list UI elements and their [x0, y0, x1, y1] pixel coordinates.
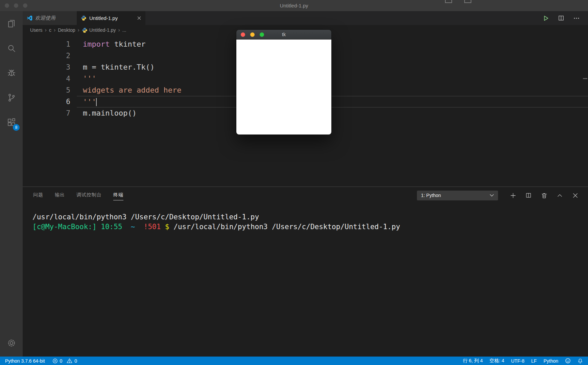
smiley-icon: [565, 358, 571, 364]
tk-minimize-button[interactable]: [250, 32, 255, 37]
cursor-position-item[interactable]: 行 6, 列 4: [463, 358, 483, 364]
close-icon: [572, 192, 579, 199]
code-text: ''': [77, 73, 96, 84]
tk-window[interactable]: tk: [236, 30, 331, 135]
source-control-icon: [7, 93, 16, 102]
menubar-fragment-icon: [464, 0, 471, 3]
chevron-up-icon: [557, 192, 563, 199]
panel-tab[interactable]: 问题: [33, 191, 43, 200]
panel-tab[interactable]: 输出: [55, 191, 65, 200]
tk-zoom-button[interactable]: [260, 32, 264, 37]
maximize-panel-button[interactable]: [556, 192, 563, 199]
tk-close-button[interactable]: [241, 32, 245, 37]
terminal-select[interactable]: 1: Python: [417, 191, 498, 200]
encoding-item[interactable]: UTF-8: [511, 358, 524, 364]
kill-terminal-button[interactable]: [541, 192, 547, 199]
more-actions-button[interactable]: [573, 15, 580, 22]
breadcrumb-item-label: Untitled-1.py: [89, 27, 116, 33]
new-terminal-button[interactable]: [510, 192, 516, 199]
python-interpreter-item[interactable]: Python 3.7.6 64-bit: [5, 358, 45, 364]
activity-extensions[interactable]: 8: [0, 110, 23, 135]
line-number[interactable]: 5: [23, 84, 77, 96]
close-panel-button[interactable]: [572, 192, 579, 199]
language-mode-item[interactable]: Python: [543, 358, 558, 364]
split-terminal-button[interactable]: [525, 192, 532, 199]
run-python-file-button[interactable]: [542, 15, 549, 22]
code-text: m.mainloop(): [77, 107, 137, 119]
panel-controls: 1: Python: [417, 191, 579, 200]
split-editor-button[interactable]: [558, 15, 564, 21]
panel-header: 问题输出调试控制台终端 1: Python: [23, 187, 588, 204]
panel-tab[interactable]: 终端: [113, 191, 123, 200]
line-content: [77, 50, 588, 62]
feedback-item[interactable]: [565, 358, 571, 364]
titlebar[interactable]: Untitled-1.py: [0, 0, 588, 11]
vscode-icon: [27, 15, 32, 21]
line-number[interactable]: 6: [23, 96, 77, 107]
line-number[interactable]: 3: [23, 62, 77, 73]
terminal[interactable]: /usr/local/bin/python3 /Users/c/Desktop/…: [23, 204, 588, 357]
error-icon: [52, 358, 58, 364]
breadcrumb-item[interactable]: Untitled-1.py: [82, 27, 116, 33]
tk-titlebar[interactable]: tk: [236, 30, 331, 40]
breadcrumb-item-label: Desktop: [58, 27, 75, 33]
close-tab-icon[interactable]: [137, 16, 141, 20]
breadcrumb-item-label: Users: [30, 27, 43, 33]
eol-label: LF: [531, 358, 537, 364]
breadcrumb-item[interactable]: c: [49, 27, 51, 33]
trash-icon: [541, 192, 547, 199]
line-number[interactable]: 1: [23, 39, 77, 50]
tk-window-content: [236, 40, 331, 135]
problems-item[interactable]: 0 0: [52, 358, 77, 364]
overview-ruler-mark: [583, 78, 587, 79]
warning-icon: [67, 358, 72, 363]
line-number[interactable]: 4: [23, 73, 77, 84]
terminal-output: /usr/local/bin/python3 /Users/c/Desktop/…: [32, 212, 585, 232]
minimize-window-button[interactable]: [14, 3, 18, 8]
tab-label: Untitled-1.py: [89, 15, 118, 21]
split-editor-icon: [558, 15, 564, 21]
breadcrumb-separator-icon: ›: [45, 27, 47, 33]
activity-debug[interactable]: [0, 60, 23, 85]
activity-settings[interactable]: [0, 331, 23, 355]
encoding-label: UTF-8: [511, 358, 524, 364]
python-icon: [81, 15, 87, 21]
chevron-down-icon: [490, 194, 494, 197]
code-text: ''': [77, 96, 96, 108]
activity-bar: 8: [0, 11, 23, 357]
activity-search[interactable]: [0, 36, 23, 60]
line-number[interactable]: 2: [23, 50, 77, 62]
status-bar: Python 3.7.6 64-bit 0 0 行 6, 列 4 空格: 4 U…: [0, 357, 588, 365]
close-window-button[interactable]: [5, 3, 9, 8]
editor-tab[interactable]: Untitled-1.py: [77, 11, 145, 25]
menubar-fragments: [445, 0, 471, 3]
settings-gear-icon: [6, 338, 17, 348]
indentation-item[interactable]: 空格: 4: [490, 358, 504, 364]
breadcrumb-item[interactable]: ...: [122, 27, 126, 33]
panel-tab[interactable]: 调试控制台: [76, 191, 102, 200]
editor-tab[interactable]: 欢迎使用: [23, 11, 77, 25]
panel-tabs: 问题输出调试控制台终端: [33, 191, 123, 200]
eol-item[interactable]: LF: [531, 358, 537, 364]
line-content: ''': [77, 96, 588, 107]
line-content: m = tkinter.Tk(): [77, 62, 588, 73]
activity-explorer[interactable]: [0, 11, 23, 36]
breadcrumb-separator-icon: ›: [78, 27, 79, 33]
extensions-badge: 8: [13, 124, 20, 131]
breadcrumb-item-label: ...: [122, 27, 126, 33]
breadcrumb-separator-icon: ›: [54, 27, 55, 33]
breadcrumb-item[interactable]: Desktop: [58, 27, 75, 33]
line-number[interactable]: 7: [23, 107, 77, 119]
error-count: 0: [60, 358, 63, 364]
explorer-icon: [7, 19, 16, 28]
line-col-label: 行 6, 列 4: [463, 358, 483, 364]
panel: 问题输出调试控制台终端 1: Python: [23, 187, 588, 357]
activity-source-control[interactable]: [0, 85, 23, 110]
zoom-window-button[interactable]: [23, 3, 27, 8]
notifications-item[interactable]: [578, 358, 583, 364]
search-icon: [7, 44, 16, 53]
breadcrumb-item[interactable]: Users: [30, 27, 43, 33]
tab-label: 欢迎使用: [35, 15, 55, 21]
indent-label: 空格: 4: [490, 358, 504, 364]
plus-icon: [510, 192, 516, 199]
